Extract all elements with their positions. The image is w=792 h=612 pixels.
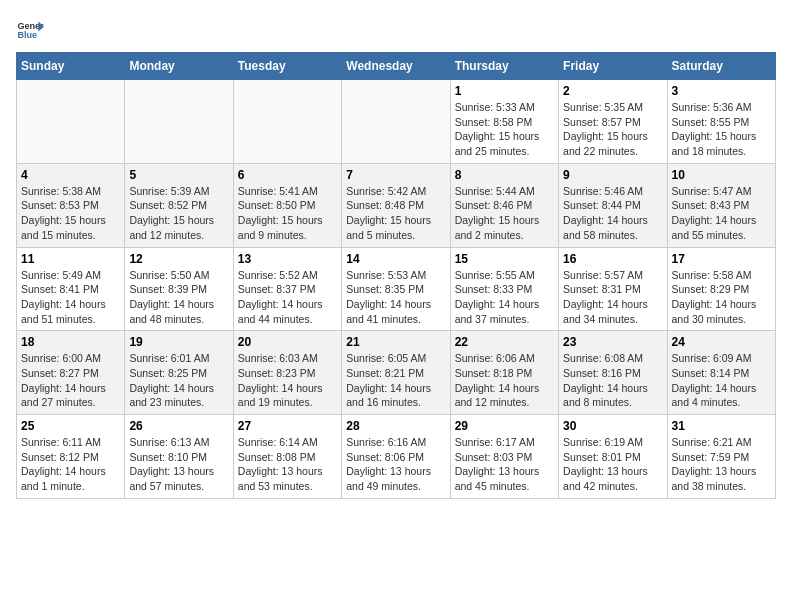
calendar-week-row: 11Sunrise: 5:49 AM Sunset: 8:41 PM Dayli… <box>17 247 776 331</box>
day-number: 12 <box>129 252 228 266</box>
calendar-cell <box>125 80 233 164</box>
day-info: Sunrise: 5:47 AM Sunset: 8:43 PM Dayligh… <box>672 184 771 243</box>
day-info: Sunrise: 6:17 AM Sunset: 8:03 PM Dayligh… <box>455 435 554 494</box>
weekday-header-sunday: Sunday <box>17 53 125 80</box>
calendar-cell: 10Sunrise: 5:47 AM Sunset: 8:43 PM Dayli… <box>667 163 775 247</box>
day-number: 19 <box>129 335 228 349</box>
day-info: Sunrise: 5:46 AM Sunset: 8:44 PM Dayligh… <box>563 184 662 243</box>
calendar-cell: 17Sunrise: 5:58 AM Sunset: 8:29 PM Dayli… <box>667 247 775 331</box>
svg-text:Blue: Blue <box>17 30 37 40</box>
day-info: Sunrise: 6:16 AM Sunset: 8:06 PM Dayligh… <box>346 435 445 494</box>
calendar-body: 1Sunrise: 5:33 AM Sunset: 8:58 PM Daylig… <box>17 80 776 499</box>
calendar-cell: 24Sunrise: 6:09 AM Sunset: 8:14 PM Dayli… <box>667 331 775 415</box>
weekday-header-thursday: Thursday <box>450 53 558 80</box>
day-info: Sunrise: 6:13 AM Sunset: 8:10 PM Dayligh… <box>129 435 228 494</box>
calendar-cell: 7Sunrise: 5:42 AM Sunset: 8:48 PM Daylig… <box>342 163 450 247</box>
day-number: 23 <box>563 335 662 349</box>
calendar-cell: 9Sunrise: 5:46 AM Sunset: 8:44 PM Daylig… <box>559 163 667 247</box>
calendar-cell: 30Sunrise: 6:19 AM Sunset: 8:01 PM Dayli… <box>559 415 667 499</box>
calendar-table: SundayMondayTuesdayWednesdayThursdayFrid… <box>16 52 776 499</box>
day-number: 20 <box>238 335 337 349</box>
calendar-cell <box>17 80 125 164</box>
day-info: Sunrise: 5:38 AM Sunset: 8:53 PM Dayligh… <box>21 184 120 243</box>
day-number: 10 <box>672 168 771 182</box>
day-number: 8 <box>455 168 554 182</box>
day-number: 5 <box>129 168 228 182</box>
calendar-cell: 20Sunrise: 6:03 AM Sunset: 8:23 PM Dayli… <box>233 331 341 415</box>
calendar-cell <box>233 80 341 164</box>
day-info: Sunrise: 6:19 AM Sunset: 8:01 PM Dayligh… <box>563 435 662 494</box>
calendar-week-row: 1Sunrise: 5:33 AM Sunset: 8:58 PM Daylig… <box>17 80 776 164</box>
calendar-week-row: 18Sunrise: 6:00 AM Sunset: 8:27 PM Dayli… <box>17 331 776 415</box>
calendar-cell: 19Sunrise: 6:01 AM Sunset: 8:25 PM Dayli… <box>125 331 233 415</box>
day-number: 9 <box>563 168 662 182</box>
day-info: Sunrise: 5:42 AM Sunset: 8:48 PM Dayligh… <box>346 184 445 243</box>
day-info: Sunrise: 5:35 AM Sunset: 8:57 PM Dayligh… <box>563 100 662 159</box>
day-number: 11 <box>21 252 120 266</box>
day-number: 2 <box>563 84 662 98</box>
day-number: 14 <box>346 252 445 266</box>
day-info: Sunrise: 6:21 AM Sunset: 7:59 PM Dayligh… <box>672 435 771 494</box>
calendar-cell: 6Sunrise: 5:41 AM Sunset: 8:50 PM Daylig… <box>233 163 341 247</box>
calendar-cell: 31Sunrise: 6:21 AM Sunset: 7:59 PM Dayli… <box>667 415 775 499</box>
calendar-cell: 14Sunrise: 5:53 AM Sunset: 8:35 PM Dayli… <box>342 247 450 331</box>
calendar-cell: 3Sunrise: 5:36 AM Sunset: 8:55 PM Daylig… <box>667 80 775 164</box>
day-info: Sunrise: 5:53 AM Sunset: 8:35 PM Dayligh… <box>346 268 445 327</box>
day-number: 17 <box>672 252 771 266</box>
day-number: 1 <box>455 84 554 98</box>
day-number: 15 <box>455 252 554 266</box>
day-number: 16 <box>563 252 662 266</box>
day-info: Sunrise: 5:55 AM Sunset: 8:33 PM Dayligh… <box>455 268 554 327</box>
calendar-cell: 11Sunrise: 5:49 AM Sunset: 8:41 PM Dayli… <box>17 247 125 331</box>
day-number: 18 <box>21 335 120 349</box>
day-number: 31 <box>672 419 771 433</box>
day-info: Sunrise: 6:08 AM Sunset: 8:16 PM Dayligh… <box>563 351 662 410</box>
day-info: Sunrise: 5:57 AM Sunset: 8:31 PM Dayligh… <box>563 268 662 327</box>
calendar-cell: 12Sunrise: 5:50 AM Sunset: 8:39 PM Dayli… <box>125 247 233 331</box>
calendar-cell: 22Sunrise: 6:06 AM Sunset: 8:18 PM Dayli… <box>450 331 558 415</box>
day-number: 29 <box>455 419 554 433</box>
calendar-cell: 1Sunrise: 5:33 AM Sunset: 8:58 PM Daylig… <box>450 80 558 164</box>
calendar-cell: 27Sunrise: 6:14 AM Sunset: 8:08 PM Dayli… <box>233 415 341 499</box>
day-info: Sunrise: 5:39 AM Sunset: 8:52 PM Dayligh… <box>129 184 228 243</box>
day-number: 21 <box>346 335 445 349</box>
day-info: Sunrise: 6:05 AM Sunset: 8:21 PM Dayligh… <box>346 351 445 410</box>
day-info: Sunrise: 6:01 AM Sunset: 8:25 PM Dayligh… <box>129 351 228 410</box>
calendar-cell: 2Sunrise: 5:35 AM Sunset: 8:57 PM Daylig… <box>559 80 667 164</box>
weekday-header-wednesday: Wednesday <box>342 53 450 80</box>
day-number: 27 <box>238 419 337 433</box>
calendar-week-row: 25Sunrise: 6:11 AM Sunset: 8:12 PM Dayli… <box>17 415 776 499</box>
day-number: 4 <box>21 168 120 182</box>
calendar-week-row: 4Sunrise: 5:38 AM Sunset: 8:53 PM Daylig… <box>17 163 776 247</box>
calendar-cell: 5Sunrise: 5:39 AM Sunset: 8:52 PM Daylig… <box>125 163 233 247</box>
day-number: 6 <box>238 168 337 182</box>
day-info: Sunrise: 6:09 AM Sunset: 8:14 PM Dayligh… <box>672 351 771 410</box>
weekday-header-saturday: Saturday <box>667 53 775 80</box>
weekday-header-row: SundayMondayTuesdayWednesdayThursdayFrid… <box>17 53 776 80</box>
calendar-cell: 29Sunrise: 6:17 AM Sunset: 8:03 PM Dayli… <box>450 415 558 499</box>
day-info: Sunrise: 6:00 AM Sunset: 8:27 PM Dayligh… <box>21 351 120 410</box>
calendar-cell: 15Sunrise: 5:55 AM Sunset: 8:33 PM Dayli… <box>450 247 558 331</box>
day-number: 25 <box>21 419 120 433</box>
calendar-cell: 18Sunrise: 6:00 AM Sunset: 8:27 PM Dayli… <box>17 331 125 415</box>
page-header: General Blue <box>16 16 776 44</box>
day-info: Sunrise: 5:50 AM Sunset: 8:39 PM Dayligh… <box>129 268 228 327</box>
day-info: Sunrise: 5:58 AM Sunset: 8:29 PM Dayligh… <box>672 268 771 327</box>
calendar-cell: 25Sunrise: 6:11 AM Sunset: 8:12 PM Dayli… <box>17 415 125 499</box>
day-info: Sunrise: 5:36 AM Sunset: 8:55 PM Dayligh… <box>672 100 771 159</box>
calendar-cell: 23Sunrise: 6:08 AM Sunset: 8:16 PM Dayli… <box>559 331 667 415</box>
day-number: 3 <box>672 84 771 98</box>
calendar-cell: 13Sunrise: 5:52 AM Sunset: 8:37 PM Dayli… <box>233 247 341 331</box>
calendar-cell: 16Sunrise: 5:57 AM Sunset: 8:31 PM Dayli… <box>559 247 667 331</box>
day-info: Sunrise: 5:33 AM Sunset: 8:58 PM Dayligh… <box>455 100 554 159</box>
day-info: Sunrise: 6:11 AM Sunset: 8:12 PM Dayligh… <box>21 435 120 494</box>
calendar-cell: 21Sunrise: 6:05 AM Sunset: 8:21 PM Dayli… <box>342 331 450 415</box>
day-info: Sunrise: 5:52 AM Sunset: 8:37 PM Dayligh… <box>238 268 337 327</box>
day-number: 13 <box>238 252 337 266</box>
day-info: Sunrise: 5:49 AM Sunset: 8:41 PM Dayligh… <box>21 268 120 327</box>
weekday-header-monday: Monday <box>125 53 233 80</box>
day-info: Sunrise: 6:06 AM Sunset: 8:18 PM Dayligh… <box>455 351 554 410</box>
day-number: 28 <box>346 419 445 433</box>
calendar-cell: 28Sunrise: 6:16 AM Sunset: 8:06 PM Dayli… <box>342 415 450 499</box>
day-info: Sunrise: 6:14 AM Sunset: 8:08 PM Dayligh… <box>238 435 337 494</box>
